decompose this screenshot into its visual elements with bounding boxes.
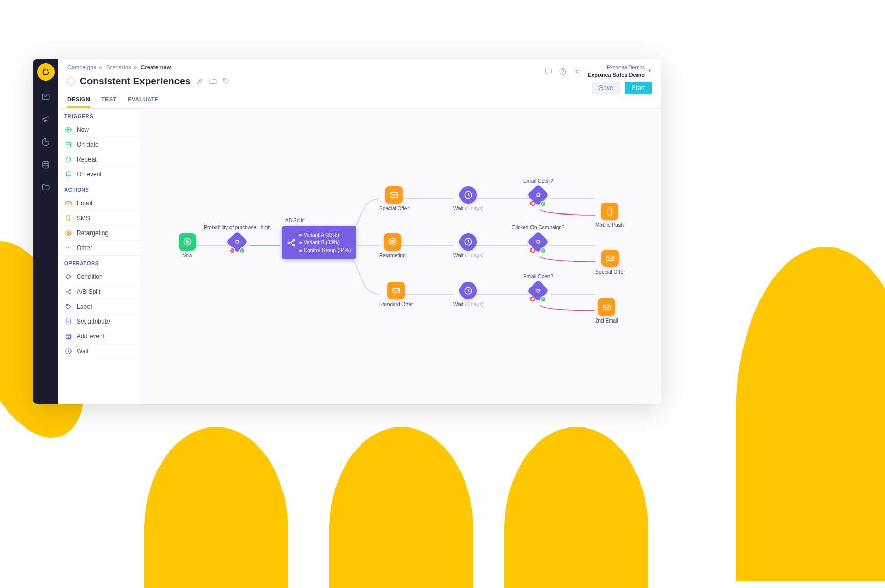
tag-icon[interactable]	[222, 77, 231, 85]
app-window: Campaigns ▶ Scenarios ▶ Create new Consi…	[33, 59, 661, 404]
page-title: Consistent Experiences	[80, 76, 190, 87]
edit-icon[interactable]	[196, 77, 204, 85]
node-special-offer-2[interactable]: Special Offer	[595, 250, 625, 275]
crumb-scenarios[interactable]: Scenarios	[106, 64, 131, 70]
save-button[interactable]: Save	[592, 82, 620, 94]
svg-point-26	[236, 240, 239, 243]
crumb-campaigns[interactable]: Campaigns	[67, 64, 96, 70]
data-icon[interactable]	[39, 158, 52, 171]
palette-item-ab-split[interactable]: A/B Split	[58, 284, 140, 299]
chat-icon[interactable]	[544, 67, 553, 76]
node-now[interactable]: Now	[179, 233, 196, 258]
svg-point-3	[225, 79, 226, 80]
palette-item-on-event[interactable]: On event	[58, 167, 140, 182]
svg-point-20	[69, 293, 70, 294]
svg-rect-43	[603, 305, 610, 310]
node-retargeting[interactable]: Retargeting	[379, 233, 406, 258]
svg-rect-1	[42, 94, 49, 100]
logo-icon[interactable]	[37, 63, 55, 81]
folder-icon[interactable]	[209, 77, 217, 85]
node-2nd-email[interactable]: 2nd Email	[595, 298, 618, 324]
svg-point-14	[66, 247, 67, 248]
folders-icon[interactable]	[39, 181, 52, 194]
analytics-icon[interactable]	[39, 135, 52, 149]
palette-section-operators: OPERATORS	[58, 256, 140, 270]
palette-item-repeat[interactable]: Repeat	[58, 152, 140, 167]
svg-point-29	[293, 244, 294, 246]
node-wait-1[interactable]: Wait (1 days)	[453, 186, 484, 211]
palette-item-condition[interactable]: Condition	[58, 270, 140, 284]
svg-point-2	[43, 161, 49, 164]
chevron-right-icon: ▶	[99, 65, 103, 70]
variant-a: Variant A (33%)	[299, 231, 351, 239]
palette-section-actions: ACTIONS	[58, 182, 140, 196]
svg-point-27	[288, 242, 289, 243]
account-demos: Exponea Demos	[588, 64, 645, 71]
svg-point-33	[392, 241, 393, 242]
start-button[interactable]: Start	[625, 82, 652, 94]
node-wait-3[interactable]: Wait (2 days)	[453, 282, 484, 307]
node-mobile-push[interactable]: Mobile Push	[595, 203, 624, 228]
svg-rect-7	[66, 142, 70, 147]
account-switcher[interactable]: Exponea Demos Exponea Sales Demo ▼	[588, 64, 652, 78]
svg-point-28	[293, 239, 294, 241]
palette-item-set-attribute[interactable]: Set attribute	[58, 314, 140, 329]
svg-point-38	[537, 193, 540, 197]
node-standard-offer[interactable]: Standard Offer	[379, 282, 413, 307]
svg-rect-17	[66, 274, 71, 279]
chevron-down-icon: ▼	[648, 68, 652, 74]
split-icon	[286, 238, 296, 248]
tab-design[interactable]: DESIGN	[67, 96, 90, 108]
svg-point-16	[69, 247, 70, 248]
palette-item-on-date[interactable]: On date	[58, 137, 140, 152]
canvas[interactable]: Now Probability of purchase - high AB Sp…	[140, 109, 661, 404]
account-org: Exponea Sales Demo	[588, 71, 645, 78]
svg-point-0	[47, 69, 49, 71]
svg-rect-34	[393, 289, 400, 293]
palette: TRIGGERS Now On date Repeat On event ACT…	[58, 109, 140, 404]
diamond-icon	[66, 76, 76, 86]
node-special-offer[interactable]: Special Offer	[379, 186, 409, 211]
campaigns-icon[interactable]	[39, 113, 52, 126]
gear-icon[interactable]	[573, 67, 581, 76]
palette-item-other[interactable]: Other	[58, 241, 140, 256]
palette-item-retargeting[interactable]: Retargeting	[58, 226, 140, 241]
svg-point-18	[66, 291, 67, 292]
palette-item-add-event[interactable]: Add event	[58, 329, 140, 344]
crumb-current: Create new	[141, 64, 171, 70]
dashboard-icon[interactable]	[39, 90, 52, 103]
tab-evaluate[interactable]: EVALUATE	[128, 96, 158, 108]
svg-point-10	[68, 220, 68, 220]
svg-point-21	[67, 305, 68, 306]
svg-point-40	[537, 289, 540, 292]
svg-rect-8	[66, 202, 72, 205]
palette-item-now[interactable]: Now	[58, 122, 140, 137]
svg-point-39	[537, 240, 540, 243]
svg-point-19	[69, 289, 70, 290]
palette-item-wait[interactable]: Wait	[58, 344, 140, 359]
tabs: DESIGN TEST EVALUATE	[58, 87, 661, 109]
svg-rect-30	[391, 193, 398, 198]
control-group: Control Group (34%)	[299, 246, 351, 254]
chevron-right-icon: ▶	[134, 65, 138, 70]
node-email-open-2[interactable]: Email Open?	[530, 283, 546, 298]
palette-item-label[interactable]: Label	[58, 299, 140, 314]
variant-b: Variant B (33%)	[299, 239, 351, 246]
palette-item-email[interactable]: Email	[58, 196, 140, 211]
node-clicked-campaign[interactable]: Clicked On Campaign?	[530, 234, 546, 250]
node-email-open-1[interactable]: Email Open?	[530, 187, 546, 203]
tab-test[interactable]: TEST	[101, 96, 116, 108]
palette-item-sms[interactable]: SMS	[58, 211, 140, 226]
svg-point-13	[68, 233, 68, 233]
svg-point-5	[576, 70, 578, 73]
main-area: Campaigns ▶ Scenarios ▶ Create new Consi…	[58, 59, 661, 404]
help-icon[interactable]	[559, 67, 567, 76]
palette-section-triggers: TRIGGERS	[58, 109, 140, 122]
node-ab-split[interactable]: AB Split Variant A (33%) Variant B (33%)…	[282, 226, 356, 259]
node-probability[interactable]: Probability of purchase - high	[229, 234, 245, 250]
svg-rect-42	[607, 256, 614, 261]
nav-rail	[33, 59, 58, 404]
node-wait-2[interactable]: Wait (1 days)	[453, 233, 484, 258]
svg-point-15	[68, 247, 69, 248]
